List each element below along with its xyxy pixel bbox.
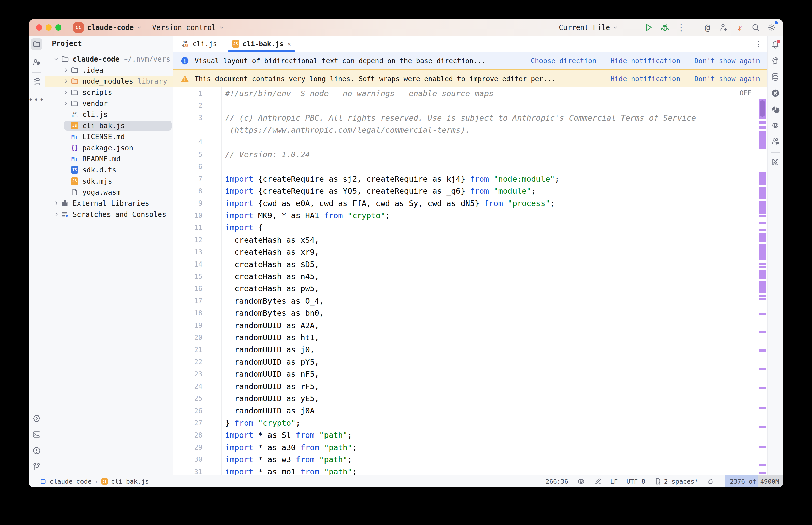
notifications-button[interactable] [770, 39, 781, 50]
tree-item-package-json[interactable]: {}package.json [45, 142, 173, 153]
project-switcher[interactable]: claude-code [87, 19, 142, 36]
copilot-status-icon[interactable] [577, 477, 586, 486]
code-line-2[interactable]: 2 [173, 99, 768, 111]
tree-item-cli-bak-js[interactable]: JScli-bak.js [45, 120, 173, 131]
editor-scrollbar[interactable] [758, 87, 767, 475]
breadcrumb-file[interactable]: cli-bak.js [111, 478, 149, 485]
chevron-right-icon[interactable] [62, 78, 70, 85]
code-line-29[interactable]: 29import * as a30 from "path"; [173, 441, 768, 453]
chevron-right-icon[interactable] [52, 200, 61, 207]
settings-button[interactable] [764, 19, 780, 36]
project-toolwindow-button[interactable] [31, 38, 42, 50]
code-line-4[interactable]: 4 [173, 136, 768, 148]
tree-item-yoga-wasm[interactable]: yoga.wasm [45, 186, 173, 198]
vcs-toolwindow-button[interactable]: ? [31, 56, 42, 68]
code-line-9[interactable]: 9import {cwd as e0A, cwd as FfA, cwd as … [173, 197, 768, 209]
mentions-icon[interactable]: @ [699, 19, 715, 36]
breadcrumb-project[interactable]: claude-code [50, 478, 92, 485]
services-toolwindow-button[interactable] [31, 412, 42, 424]
code-line-18[interactable]: 18 randomBytes as bn0, [173, 307, 768, 319]
chevron-right-icon[interactable] [62, 89, 70, 95]
encoding-widget[interactable]: UTF-8 [626, 478, 645, 485]
banner-link-hide-notification[interactable]: Hide notification [611, 75, 680, 83]
highlighting-off-icon[interactable] [594, 478, 602, 485]
chevron-right-icon[interactable] [62, 67, 70, 73]
more-toolwindows-button[interactable]: ••• [31, 94, 42, 105]
debug-button[interactable] [657, 19, 673, 36]
problems-toolwindow-button[interactable] [31, 445, 42, 456]
editor-tab-cli-bak-js[interactable]: JScli-bak.js✕ [226, 36, 297, 52]
chevron-down-icon[interactable] [52, 56, 61, 62]
code-with-me-toolwindow-button[interactable] [770, 136, 781, 147]
scrollbar-thumb[interactable] [759, 100, 765, 117]
code-line-1[interactable]: 1#!/usr/bin/env -S node --no-warnings --… [173, 87, 768, 99]
banner-link-choose-direction[interactable]: Choose direction [531, 57, 596, 64]
minimize-window-button[interactable] [46, 25, 52, 31]
search-everywhere-button[interactable] [748, 19, 764, 36]
terminal-toolwindow-button[interactable] [31, 429, 42, 440]
more-actions-button[interactable]: ⋮ [673, 19, 689, 36]
run-button[interactable] [641, 19, 657, 36]
tree-item-readme-md[interactable]: M↓README.md [45, 153, 173, 164]
copilot-toolwindow-button[interactable] [770, 120, 781, 131]
code-line-25[interactable]: 25 randomUUID as yE5, [173, 392, 768, 404]
tree-item-external-libraries[interactable]: External Libraries [45, 198, 173, 209]
code-line-6[interactable]: 6 [173, 160, 768, 172]
code-line-16[interactable]: 16 createHash as pw5, [173, 282, 768, 295]
code-line-23[interactable]: 23 randomUUID as nF5, [173, 368, 768, 380]
code-line-22[interactable]: 22 randomUUID as pY5, [173, 356, 768, 368]
code-line-15[interactable]: 15 createHash as n45, [173, 270, 768, 282]
tree-item-scripts[interactable]: scripts [45, 87, 173, 98]
tree-item-vendor[interactable]: vendor [45, 98, 173, 109]
code-line-10[interactable]: 10import MK9, * as HA1 from "crypto"; [173, 209, 768, 221]
mellum-toolwindow-button[interactable] [770, 156, 781, 168]
code-line-30[interactable]: 30import * as w3 from "path"; [173, 453, 768, 465]
title-bar[interactable]: CC claude-code Version control Current F… [29, 19, 783, 36]
caret-position-widget[interactable]: 266:36 [546, 478, 568, 485]
code-line-20[interactable]: 20 randomUUID as ht1, [173, 331, 768, 343]
chevron-right-icon[interactable] [52, 211, 61, 217]
close-tab-icon[interactable]: ✕ [287, 40, 291, 47]
code-line-5[interactable]: 5// Version: 1.0.24 [173, 148, 768, 160]
indent-widget[interactable]: 2 spaces* [664, 478, 698, 485]
code-line-21[interactable]: 21 randomUUID as j0, [173, 343, 768, 356]
line-separator-widget[interactable]: LF [610, 478, 618, 485]
close-window-button[interactable] [36, 25, 42, 31]
structure-toolwindow-button[interactable] [31, 76, 42, 88]
banner-link-hide-notification[interactable]: Hide notification [611, 57, 680, 64]
database-toolwindow-button[interactable] [770, 71, 781, 83]
zoom-window-button[interactable] [55, 25, 61, 31]
tree-item-sdk-d-ts[interactable]: TSsdk.d.ts [45, 164, 173, 176]
tree-item-node-modules[interactable]: node_moduleslibrary [45, 76, 173, 87]
vcs-menu[interactable]: Version control [152, 19, 225, 36]
tree-item-claude-code[interactable]: claude-code~/.nvm/vers [45, 54, 173, 64]
code-line-17[interactable]: 17 randomBytes as O_4, [173, 295, 768, 307]
code-line-27[interactable]: 27} from "crypto"; [173, 417, 768, 429]
code-line-8[interactable]: 8import {createRequire as YQ5, createReq… [173, 185, 768, 197]
tree-item-license-md[interactable]: M↓LICENSE.md [45, 131, 173, 142]
unlocked-icon[interactable] [707, 478, 714, 485]
code-line-26[interactable]: 26 randomUUID as j0A [173, 404, 768, 417]
memory-indicator[interactable]: 2376 of 4900M [725, 475, 783, 487]
code-line-7[interactable]: 7import {createRequire as sj2, createReq… [173, 173, 768, 185]
code-with-me-button[interactable] [715, 19, 732, 36]
editor-tab-cli-js[interactable]: 100JScli.js [175, 36, 223, 52]
project-panel-header[interactable]: Project [52, 38, 85, 49]
tree-item-cli-js[interactable]: 100JScli.js [45, 109, 173, 120]
code-line-12[interactable]: 12 createHash as xS4, [173, 234, 768, 246]
code-line-13[interactable]: 13 createHash as xr9, [173, 246, 768, 258]
banner-link-don-t-show-again[interactable]: Don't show again [694, 57, 760, 64]
tree-item--idea[interactable]: .idea [45, 64, 173, 76]
code-line-19[interactable]: 19 randomUUID as A2A, [173, 319, 768, 331]
code-line-3[interactable]: 3// (c) Anthropic PBC. All rights reserv… [173, 112, 768, 124]
code-editor[interactable]: 1#!/usr/bin/env -S node --no-warnings --… [173, 87, 768, 475]
coverage-toolwindow-button[interactable] [770, 103, 781, 115]
code-line-11[interactable]: 11import { [173, 221, 768, 234]
tree-item-scratches-and-consoles[interactable]: Scratches and Consoles [45, 209, 173, 220]
tab-options-button[interactable]: ⋮ [754, 39, 763, 48]
code-line-28[interactable]: 28import * as Sl from "path"; [173, 429, 768, 441]
code-line-31[interactable]: 31import * as mo1 from "path"; [173, 465, 768, 475]
run-configuration-selector[interactable]: Current File [559, 19, 618, 36]
tree-item-sdk-mjs[interactable]: JSsdk.mjs [45, 176, 173, 186]
chevron-right-icon[interactable] [62, 100, 70, 107]
